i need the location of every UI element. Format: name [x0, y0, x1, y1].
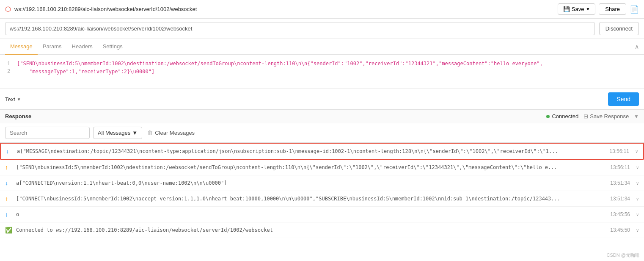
all-messages-chevron-icon: ▼: [132, 130, 138, 136]
text-selector[interactable]: Text ▼: [5, 96, 21, 103]
ws-icon: ⬡: [5, 5, 11, 13]
top-bar: ⬡ ws://192.168.100.210:8289/aic-liaison/…: [0, 0, 644, 19]
filter-bar: All Messages ▼ 🗑 Clear Messages: [0, 123, 644, 143]
message-time: 13:45:50: [610, 227, 630, 233]
connected-status: Connected: [546, 113, 578, 119]
tabs-bar: Message Params Headers Settings ∧: [0, 39, 644, 55]
all-messages-label: All Messages: [98, 130, 130, 136]
message-expand-icon[interactable]: ∨: [636, 165, 639, 170]
message-row[interactable]: ↓ a["MESSAGE\ndestination:/topic/1234432…: [0, 143, 644, 160]
message-text: a["MESSAGE\ndestination:/topic/12344321\…: [17, 148, 605, 154]
trash-icon: 🗑: [147, 130, 153, 136]
response-title: Response: [5, 113, 31, 119]
message-expand-icon[interactable]: ∨: [635, 149, 638, 154]
url-bar-section: Disconnect: [0, 19, 644, 39]
message-text: ["SEND\nbusinessId:5\nmemberId:1002\ndes…: [16, 164, 606, 170]
expand-icon[interactable]: ▼: [634, 114, 639, 119]
message-time: 13:51:34: [610, 180, 630, 186]
message-text: o: [16, 211, 606, 217]
tab-headers[interactable]: Headers: [67, 39, 98, 55]
text-label: Text: [5, 96, 15, 103]
send-button[interactable]: Send: [608, 92, 639, 106]
message-time: 13:56:11: [610, 164, 630, 170]
share-label: Share: [605, 6, 620, 12]
message-text: Connected to ws://192.168.100.210:8289/a…: [16, 227, 606, 233]
top-bar-url: ws://192.168.100.210:8289/aic-liaison/we…: [14, 6, 558, 12]
arrow-up-icon: ↑: [5, 164, 12, 171]
tab-message[interactable]: Message: [5, 39, 38, 55]
message-expand-icon[interactable]: ∨: [636, 228, 639, 233]
message-row[interactable]: ↑ ["SEND\nbusinessId:5\nmemberId:1002\nd…: [0, 160, 644, 175]
clear-messages-button[interactable]: 🗑 Clear Messages: [146, 127, 196, 139]
message-content[interactable]: ["SEND\nbusinessId:5\nmemberId:1002\ndes…: [0, 55, 644, 89]
message-expand-icon[interactable]: ∨: [636, 212, 639, 217]
save-label: Save: [572, 6, 584, 12]
arrow-down-icon: ↓: [5, 180, 12, 186]
arrow-down-icon: ↓: [6, 148, 13, 155]
message-text: ["CONNECT\nbusinessId:5\nmemberId:1002\n…: [16, 196, 606, 202]
check-circle-icon: ✅: [5, 227, 12, 233]
message-row[interactable]: ↓ o 13:45:56 ∨: [0, 207, 644, 222]
all-messages-button[interactable]: All Messages ▼: [93, 127, 142, 139]
message-row[interactable]: ✅ Connected to ws://192.168.100.210:8289…: [0, 222, 644, 238]
message-expand-icon[interactable]: ∨: [636, 197, 639, 201]
line-number-2: 2: [3, 67, 10, 75]
tab-params[interactable]: Params: [38, 39, 67, 55]
save-chevron-icon: ▼: [586, 7, 590, 11]
message-time: 13:56:11: [609, 148, 629, 154]
line-number-1: 1: [3, 60, 10, 67]
save-response-icon: ⊟: [583, 113, 588, 119]
save-icon: 💾: [563, 6, 570, 12]
message-row[interactable]: ↑ ["CONNECT\nbusinessId:5\nmemberId:1002…: [0, 191, 644, 207]
line-numbers: 1 2: [0, 55, 13, 80]
message-time: 13:51:34: [610, 196, 630, 202]
message-row[interactable]: ↓ a["CONNECTED\nversion:1.1\nheart-beat:…: [0, 175, 644, 191]
doc-icon[interactable]: 📄: [630, 5, 639, 14]
clear-messages-label: Clear Messages: [155, 130, 195, 136]
top-bar-actions: 💾 Save ▼ Share 📄: [558, 3, 639, 15]
arrow-down-icon: ↓: [5, 211, 12, 218]
disconnect-button[interactable]: Disconnect: [599, 22, 639, 35]
save-button[interactable]: 💾 Save ▼: [558, 3, 596, 15]
message-list: ↓ a["MESSAGE\ndestination:/topic/1234432…: [0, 143, 644, 238]
response-actions: Connected ⊟ Save Response ▼: [546, 113, 639, 119]
collapse-icon[interactable]: ∧: [635, 43, 639, 50]
text-chevron-icon: ▼: [17, 97, 21, 102]
connected-dot: [546, 115, 550, 118]
send-bar: Text ▼ Send: [0, 89, 644, 110]
message-time: 13:45:56: [610, 211, 630, 217]
send-label: Send: [616, 96, 630, 103]
share-button[interactable]: Share: [599, 3, 626, 15]
url-input[interactable]: [5, 22, 595, 35]
message-text: a["CONNECTED\nversion:1.1\nheart-beat:0,…: [16, 180, 606, 186]
save-response-button[interactable]: ⊟ Save Response: [583, 113, 629, 119]
response-header: Response Connected ⊟ Save Response ▼: [0, 110, 644, 123]
search-input[interactable]: [5, 127, 90, 139]
save-response-label: Save Response: [590, 113, 629, 119]
message-editor: 1 2 ["SEND\nbusinessId:5\nmemberId:1002\…: [0, 55, 644, 89]
tab-settings[interactable]: Settings: [98, 39, 128, 55]
arrow-up-icon: ↑: [5, 195, 12, 202]
message-expand-icon[interactable]: ∨: [636, 181, 639, 186]
connected-label: Connected: [552, 113, 578, 119]
